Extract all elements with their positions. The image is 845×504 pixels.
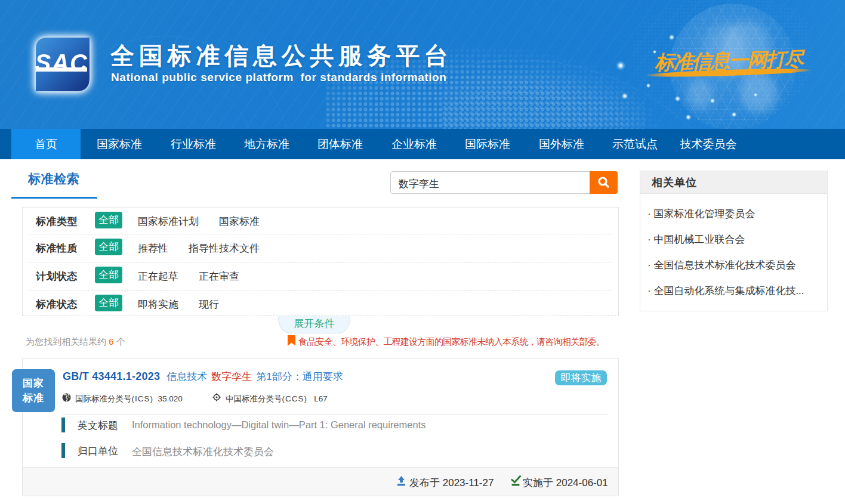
svg-text:SAC: SAC — [35, 50, 88, 76]
